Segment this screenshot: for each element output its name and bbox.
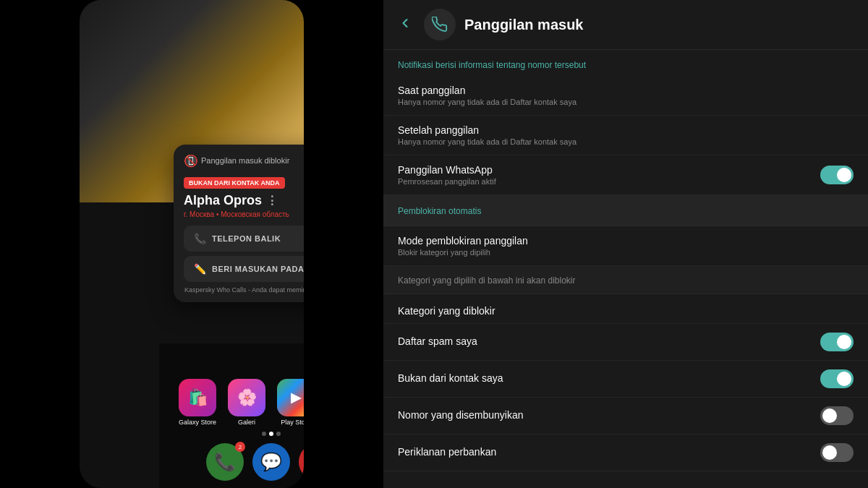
notif-header-left: 📵 Panggilan masuk diblokir: [184, 154, 289, 167]
edit-icon: ✏️: [194, 263, 206, 275]
dock: 📞 2 💬 📷: [206, 443, 304, 481]
table-row[interactable]: Panggilan WhatsApp Pemrosesan panggilan …: [383, 155, 868, 195]
galeri-label: Galeri: [238, 419, 255, 426]
phone-icon: 📞: [194, 233, 206, 244]
table-row[interactable]: Periklanan perbankan: [383, 435, 868, 471]
toggle-knob: [822, 408, 837, 423]
galaxy-store-label: Galaxy Store: [179, 419, 216, 426]
left-panel: 📵 Panggilan masuk diblokir × BUKAN DARI …: [0, 0, 383, 488]
table-row[interactable]: Nomor yang disembunyikan: [383, 398, 868, 435]
table-row[interactable]: Setelah panggilan Hanya nomor yang tidak…: [383, 116, 868, 155]
spam-list-toggle[interactable]: [820, 333, 854, 351]
row-title: Setelah panggilan: [398, 124, 576, 136]
row-title: Daftar spam saya: [398, 335, 477, 347]
row-title: Periklanan perbankan: [398, 446, 496, 458]
banking-ads-toggle[interactable]: [820, 443, 854, 462]
not-contact-toggle[interactable]: [820, 369, 854, 388]
row-title: Panggilan WhatsApp: [398, 164, 496, 176]
table-row[interactable]: Bukan dari kontak saya: [383, 361, 868, 398]
table-row[interactable]: Mode pemblokiran panggilan Blokir katego…: [383, 226, 868, 266]
notif-title: Panggilan masuk diblokir: [201, 156, 289, 165]
row-subtitle: Hanya nomor yang tidak ada di Daftar kon…: [398, 98, 576, 106]
row-title: Saat panggilan: [398, 85, 576, 96]
row-subtitle: Blokir kategori yang dipilih: [398, 248, 528, 257]
callback-label: TELEPON BALIK: [212, 234, 281, 243]
caller-name: Alpha Opros ⋮: [184, 193, 304, 208]
badge-count: 2: [235, 442, 245, 452]
section-label-2: Pemblokiran otomatis: [398, 206, 481, 216]
list-item[interactable]: ▶ Play Store: [274, 379, 304, 426]
row-subtitle: Hanya nomor yang tidak ada di Daftar kon…: [398, 137, 576, 146]
list-item[interactable]: 🛍️ Galaxy Store: [176, 379, 219, 426]
row-title: Bukan dari kontak saya: [398, 372, 503, 384]
panel-header: Panggilan masuk: [383, 0, 868, 50]
notif-footer: Kaspersky Who Calls - Anda dapat meminda…: [184, 286, 304, 294]
play-store-icon: ▶: [277, 379, 304, 416]
page-title: Panggilan masuk: [464, 17, 584, 33]
whatsapp-toggle[interactable]: [820, 166, 854, 184]
messages-dock-icon: 💬: [252, 443, 290, 481]
row-title: Mode pemblokiran panggilan: [398, 235, 528, 247]
hidden-number-toggle[interactable]: [820, 406, 854, 425]
list-item[interactable]: 🌸 Galeri: [225, 379, 268, 426]
galeri-icon: 🌸: [228, 379, 265, 416]
page-indicators: [262, 432, 281, 436]
bottom-area: 🛍️ Galaxy Store 🌸 Galeri ▶ Play Store: [159, 343, 304, 488]
add-feedback-button[interactable]: ✏️ BERI MASUKAN PADA NOMOR: [184, 256, 304, 282]
caller-tag: BUKAN DARI KONTAK ANDA: [184, 177, 285, 189]
table-row[interactable]: Saat panggilan Hanya nomor yang tidak ad…: [383, 76, 868, 116]
dock-phone[interactable]: 📞 2: [206, 443, 244, 481]
section-label-3: Kategori yang diblokir: [398, 305, 495, 317]
category-section-header: Kategori yang diblokir: [383, 294, 868, 324]
play-store-label: Play Store: [281, 419, 304, 426]
toggle-knob: [837, 335, 851, 349]
camera-dock-icon: 📷: [299, 443, 304, 481]
dot-indicator-active: [269, 432, 273, 436]
callback-button[interactable]: 📞 TELEPON BALIK: [184, 226, 304, 252]
dot-indicator: [276, 432, 281, 436]
notification-popup: 📵 Panggilan masuk diblokir × BUKAN DARI …: [174, 145, 304, 302]
section-label-1: Notifikasi berisi informasi tentang nomo…: [383, 50, 868, 76]
back-button[interactable]: [398, 16, 412, 34]
row-subtitle: Pemrosesan panggilan aktif: [398, 177, 496, 186]
caller-location: г. Москва • Московская область: [184, 210, 304, 218]
section-divider: Pemblokiran otomatis: [383, 195, 868, 226]
row-title: Nomor yang disembunyikan: [398, 409, 524, 421]
dock-messages[interactable]: 💬: [252, 443, 290, 481]
right-panel: Panggilan masuk Notifikasi berisi inform…: [383, 0, 868, 488]
info-text: Kategori yang dipilih di bawah ini akan …: [398, 275, 575, 286]
phone-screen: 📵 Panggilan masuk diblokir × BUKAN DARI …: [80, 0, 304, 488]
app-grid: 🛍️ Galaxy Store 🌸 Galeri ▶ Play Store: [176, 379, 304, 426]
table-row[interactable]: Daftar spam saya: [383, 324, 868, 361]
galaxy-store-icon: 🛍️: [179, 379, 216, 416]
more-options-icon[interactable]: ⋮: [266, 194, 278, 207]
header-icon: [424, 9, 456, 40]
call-blocked-icon: 📵: [184, 154, 197, 167]
dot-indicator: [262, 432, 266, 436]
toggle-knob: [837, 168, 851, 182]
toggle-knob: [822, 445, 837, 460]
feedback-label: BERI MASUKAN PADA NOMOR: [212, 265, 304, 273]
dock-camera[interactable]: 📷: [299, 443, 304, 481]
info-area: Kategori yang dipilih di bawah ini akan …: [383, 266, 868, 294]
toggle-knob: [837, 372, 851, 386]
notif-header: 📵 Panggilan masuk diblokir ×: [184, 153, 304, 168]
